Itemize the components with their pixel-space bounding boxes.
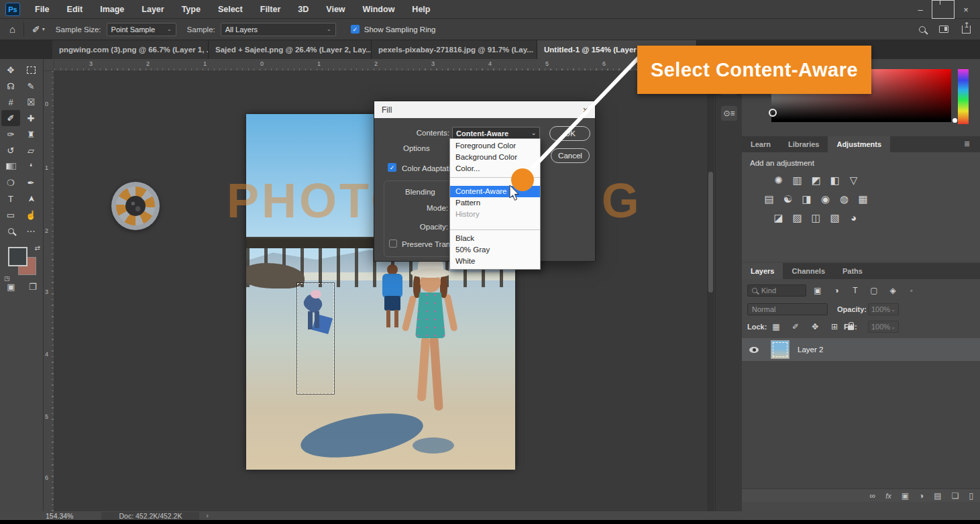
home-icon[interactable]: ⌂ bbox=[9, 23, 15, 35]
color-lookup-icon[interactable]: ▦ bbox=[856, 193, 870, 205]
layer-search-input[interactable]: Kind bbox=[747, 284, 806, 297]
new-layer-icon[interactable]: ❏ bbox=[952, 491, 959, 501]
menu-item-layer[interactable]: Layer bbox=[142, 5, 164, 14]
tab-channels[interactable]: Channels bbox=[783, 263, 834, 279]
panel-menu-icon[interactable]: ≣ bbox=[964, 140, 973, 148]
default-swatches-icon[interactable]: ◳ bbox=[4, 275, 10, 282]
tab-libraries[interactable]: Libraries bbox=[779, 136, 828, 152]
tab-layers[interactable]: Layers bbox=[742, 263, 783, 279]
gradient-tool[interactable] bbox=[1, 158, 20, 174]
layer-row[interactable]: Layer 2 bbox=[742, 338, 980, 361]
minimize-button[interactable]: – bbox=[909, 0, 932, 19]
dropdown-item-white[interactable]: White bbox=[450, 256, 540, 267]
blur-tool[interactable]: ❛ bbox=[21, 158, 40, 174]
quick-mask-icon[interactable]: ▣ bbox=[7, 282, 15, 292]
lasso-tool[interactable]: ☊ bbox=[1, 78, 20, 94]
menu-item-type[interactable]: Type bbox=[182, 5, 201, 14]
fill-input[interactable]: 100% ⌄ bbox=[868, 321, 899, 333]
swap-swatches-icon[interactable]: ⇄ bbox=[35, 244, 40, 252]
delete-layer-icon[interactable]: ▯ bbox=[969, 491, 973, 501]
posterize-icon[interactable]: ▨ bbox=[790, 211, 804, 224]
zoom-tool[interactable] bbox=[1, 223, 20, 239]
menu-item-filter[interactable]: Filter bbox=[260, 5, 281, 14]
filter-shape-layers-icon[interactable]: ▢ bbox=[868, 284, 880, 297]
layer-style-icon[interactable]: fx bbox=[885, 492, 891, 500]
layer-visibility-eye-icon[interactable] bbox=[749, 347, 759, 353]
dropdown-item-50-gray[interactable]: 50% Gray bbox=[450, 244, 540, 256]
sample-select[interactable]: All Layers ⌄ bbox=[221, 23, 336, 36]
document-tab-3[interactable]: pexels-pixabay-271816.jpg @ 91.7% (Lay..… bbox=[372, 40, 537, 59]
invert-icon[interactable]: ◪ bbox=[771, 211, 785, 224]
eyedropper-tool[interactable]: ✐ bbox=[1, 110, 20, 126]
rectangular-marquee-tool[interactable] bbox=[21, 62, 40, 78]
hue-slider-handle[interactable] bbox=[952, 118, 957, 123]
lock-transparency-icon[interactable]: ▦ bbox=[770, 321, 782, 333]
filter-pin-icon[interactable]: ◦ bbox=[906, 284, 918, 297]
link-layers-icon[interactable]: ∞ bbox=[870, 491, 876, 501]
layer-name[interactable]: Layer 2 bbox=[798, 346, 823, 354]
fill-dialog-titlebar[interactable]: Fill × bbox=[374, 101, 595, 118]
menu-item-edit[interactable]: Edit bbox=[67, 5, 83, 14]
rectangle-tool[interactable]: ▭ bbox=[1, 207, 20, 223]
dropdown-item-foreground-color[interactable]: Foreground Color bbox=[450, 140, 540, 152]
show-sampling-ring-checkbox[interactable]: ✓ bbox=[351, 25, 360, 34]
status-chevron-icon[interactable]: › bbox=[206, 512, 208, 519]
color-adaptation-checkbox[interactable]: ✓ bbox=[388, 163, 396, 172]
color-balance-icon[interactable]: ☯ bbox=[781, 193, 795, 205]
chevron-down-icon[interactable]: ▾ bbox=[42, 26, 45, 32]
curves-icon[interactable]: ◩ bbox=[809, 174, 823, 187]
brightness-contrast-icon[interactable]: ✺ bbox=[771, 174, 785, 187]
dodge-tool[interactable]: ❍ bbox=[1, 174, 20, 191]
crop-tool[interactable]: # bbox=[1, 94, 20, 110]
brush-tool[interactable]: ✑ bbox=[1, 126, 20, 142]
dropdown-item-pattern[interactable]: Pattern bbox=[450, 197, 540, 209]
menu-item-image[interactable]: Image bbox=[100, 5, 124, 14]
hand-tool[interactable]: ☝ bbox=[21, 207, 40, 223]
lock-paint-icon[interactable]: ✐ bbox=[790, 321, 802, 333]
hue-slider[interactable] bbox=[958, 69, 969, 124]
screen-mode-icon[interactable]: ❐ bbox=[29, 282, 37, 292]
clone-stamp-tool[interactable]: ♜ bbox=[21, 126, 40, 142]
document-tab-1[interactable]: pngwing.com (3).png @ 66.7% (Layer 1, ..… bbox=[52, 40, 209, 59]
filter-smart-objects-icon[interactable]: ◈ bbox=[887, 284, 899, 297]
foreground-color-swatch[interactable] bbox=[8, 247, 28, 266]
selective-color-icon[interactable]: ◕ bbox=[847, 211, 861, 224]
dropdown-item-black[interactable]: Black bbox=[450, 233, 540, 244]
history-brush-tool[interactable]: ↺ bbox=[1, 142, 20, 158]
restore-button[interactable] bbox=[932, 0, 955, 19]
sample-size-select[interactable]: Point Sample ⌄ bbox=[107, 23, 176, 36]
share-icon[interactable] bbox=[962, 25, 971, 34]
history-panel-icon[interactable]: ⊙≡ bbox=[721, 106, 737, 121]
black-white-icon[interactable]: ◨ bbox=[800, 193, 814, 205]
tab-paths[interactable]: Paths bbox=[834, 263, 871, 279]
lock-artboard-icon[interactable]: ⊞ bbox=[828, 321, 840, 333]
filter-adjustment-layers-icon[interactable]: ◑ bbox=[830, 284, 842, 297]
menu-item-view[interactable]: View bbox=[326, 5, 345, 14]
eyedropper-preset-icon[interactable]: ✐ bbox=[32, 24, 40, 35]
more-tools[interactable]: ⋯ bbox=[21, 223, 40, 239]
cancel-button[interactable]: Cancel bbox=[551, 148, 590, 163]
opacity-input[interactable]: 100% ⌄ bbox=[868, 303, 899, 315]
filter-type-layers-icon[interactable]: T bbox=[849, 284, 861, 297]
frame-tool[interactable]: ☒ bbox=[21, 94, 40, 110]
workspace-icon[interactable] bbox=[939, 25, 948, 33]
layer-thumbnail[interactable] bbox=[771, 340, 790, 359]
vertical-scrollbar[interactable] bbox=[707, 71, 714, 511]
layer-mask-icon[interactable]: ▣ bbox=[902, 491, 909, 501]
search-icon[interactable] bbox=[919, 26, 926, 33]
adjustment-layer-icon[interactable]: ◑ bbox=[919, 491, 924, 501]
levels-icon[interactable]: ▥ bbox=[790, 174, 804, 187]
close-icon[interactable]: × bbox=[583, 105, 588, 115]
menu-item-help[interactable]: Help bbox=[412, 5, 430, 14]
menu-item-window[interactable]: Window bbox=[363, 5, 395, 14]
type-tool[interactable]: T bbox=[1, 191, 20, 207]
document-tab-2[interactable]: Sajed + Sajeel.png @ 26.4% (Layer 2, Lay… bbox=[209, 40, 372, 59]
hue-saturation-icon[interactable]: ▤ bbox=[762, 193, 776, 205]
vibrance-icon[interactable]: ▽ bbox=[847, 174, 861, 187]
channel-mixer-icon[interactable]: ◍ bbox=[837, 193, 851, 205]
dropdown-item-background-color[interactable]: Background Color bbox=[450, 152, 540, 163]
menu-item-3d[interactable]: 3D bbox=[298, 5, 309, 14]
tab-adjustments[interactable]: Adjustments bbox=[828, 136, 890, 152]
gradient-map-icon[interactable]: ▧ bbox=[828, 211, 842, 224]
filter-pixel-layers-icon[interactable]: ▣ bbox=[812, 284, 824, 297]
